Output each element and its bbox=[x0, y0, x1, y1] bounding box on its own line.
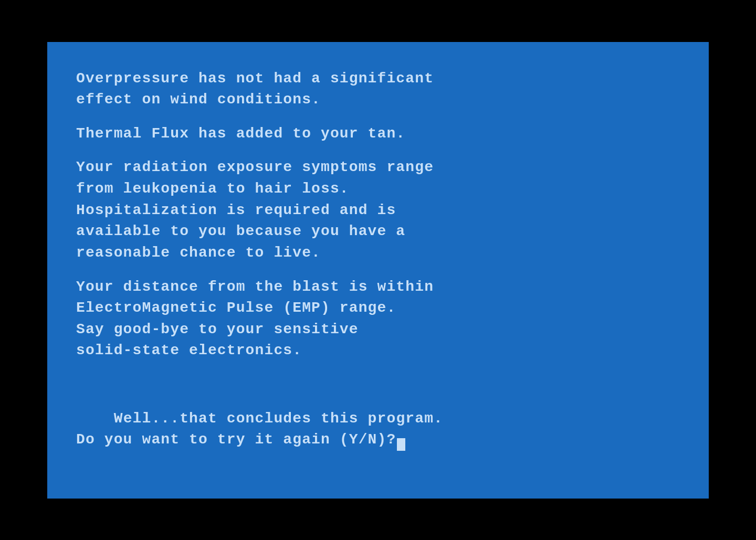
cursor-block bbox=[397, 438, 405, 451]
spacer-5 bbox=[76, 374, 680, 387]
spacer-2 bbox=[76, 144, 680, 157]
spacer-3 bbox=[76, 263, 680, 276]
emp-text: Your distance from the blast is within E… bbox=[76, 277, 680, 362]
conclusion-label: Well...that concludes this program. Do y… bbox=[76, 410, 443, 448]
conclusion-text[interactable]: Well...that concludes this program. Do y… bbox=[76, 387, 680, 472]
terminal-screen: Overpressure has not had a significant e… bbox=[47, 42, 709, 499]
overpressure-text: Overpressure has not had a significant e… bbox=[76, 68, 680, 111]
thermal-text: Thermal Flux has added to your tan. bbox=[76, 123, 680, 145]
spacer-4 bbox=[76, 362, 680, 374]
spacer-1 bbox=[76, 111, 680, 123]
radiation-text: Your radiation exposure symptoms range f… bbox=[76, 157, 680, 263]
